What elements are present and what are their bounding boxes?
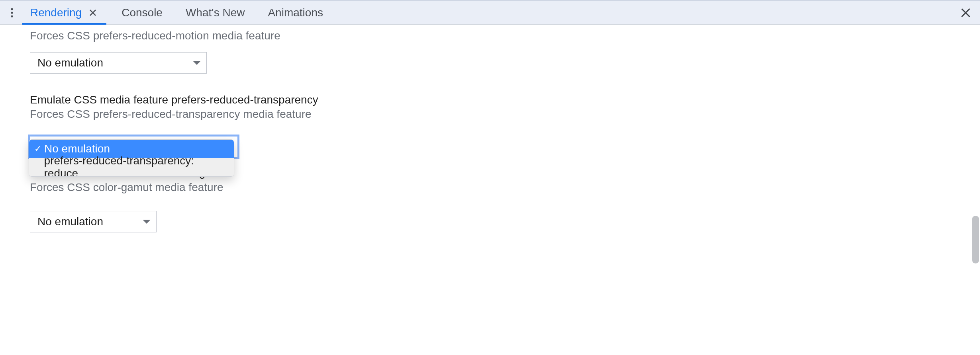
tab-label: What's New [186, 6, 245, 19]
color-gamut-select[interactable]: No emulation [30, 211, 157, 232]
drawer-tabbar: Rendering Console What's New Animations [0, 0, 980, 25]
chevron-down-icon [193, 61, 201, 65]
scrollbar-thumb[interactable] [972, 216, 979, 263]
select-menu: ✓ No emulation ✓ prefers-reduced-transpa… [29, 139, 234, 177]
tab-whats-new[interactable]: What's New [178, 1, 253, 24]
prefers-reduced-transparency-title: Emulate CSS media feature prefers-reduce… [30, 93, 980, 107]
select-value: No emulation [37, 57, 103, 69]
close-drawer-button[interactable] [958, 5, 974, 21]
svg-point-2 [11, 15, 13, 17]
tab-close-button[interactable] [87, 7, 98, 18]
rendering-pane: Forces CSS prefers-reduced-motion media … [0, 25, 980, 355]
select-option-reduce[interactable]: ✓ prefers-reduced-transparency: reduce [29, 158, 234, 176]
tab-rendering[interactable]: Rendering [22, 1, 106, 24]
rendering-settings: Forces CSS prefers-reduced-motion media … [0, 25, 980, 232]
tab-console[interactable]: Console [114, 1, 171, 24]
kebab-icon [8, 7, 16, 18]
prefers-reduced-motion-desc: Forces CSS prefers-reduced-motion media … [30, 29, 980, 43]
tab-animations[interactable]: Animations [260, 1, 331, 24]
close-icon [89, 9, 97, 17]
option-label: No emulation [44, 142, 110, 155]
tab-list: Rendering Console What's New Animations [22, 1, 331, 24]
more-tabs-button[interactable] [3, 4, 21, 21]
tab-label: Animations [268, 6, 323, 19]
tab-label: Rendering [30, 6, 82, 19]
check-icon: ✓ [33, 144, 43, 154]
chevron-down-icon [143, 220, 151, 224]
close-icon [960, 7, 972, 19]
color-gamut-desc: Forces CSS color-gamut media feature [30, 180, 980, 194]
svg-point-0 [11, 8, 13, 10]
prefers-reduced-transparency-desc: Forces CSS prefers-reduced-transparency … [30, 107, 980, 121]
select-value: No emulation [37, 215, 103, 228]
prefers-reduced-motion-select[interactable]: No emulation [30, 52, 207, 74]
option-label: prefers-reduced-transparency: reduce [44, 154, 227, 177]
tab-label: Console [122, 6, 163, 19]
svg-point-1 [11, 12, 13, 14]
